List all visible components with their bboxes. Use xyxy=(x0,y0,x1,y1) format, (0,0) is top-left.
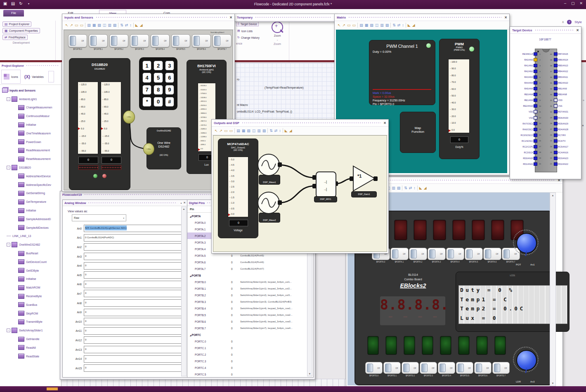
close-button[interactable]: ✕ xyxy=(579,1,583,5)
change-history-toggle[interactable]: ↻ Change History xyxy=(236,35,261,40)
digital-pin-row[interactable]: PORTC.0 0 xyxy=(187,338,313,345)
tree-item[interactable]: – LINK_LINE_13 xyxy=(0,232,61,241)
target-device-toggle[interactable]: ▯ Target Device xyxy=(236,21,259,26)
tree-item[interactable]: – OneWireDS2482 xyxy=(0,240,61,249)
close-icon[interactable]: ✕ xyxy=(183,201,186,204)
toolbar-icon[interactable]: ◣ xyxy=(285,129,288,133)
help-icon[interactable]: ? xyxy=(567,20,572,24)
chip-pin[interactable]: RD5/AN29 28 xyxy=(549,121,580,127)
chip-pin[interactable]: RE1/AN9 9 xyxy=(511,97,542,103)
toolbar-icon[interactable] xyxy=(283,128,283,133)
tree-item[interactable]: – Inputs and Sensors xyxy=(0,86,61,95)
pwm-meter-block[interactable]: PWM PWM2 (PWM CH1) 100.090.080.070.060.0… xyxy=(439,39,480,159)
chip-pin[interactable]: RA7/OSC1 13 xyxy=(511,121,542,127)
digital-pin-row[interactable]: PORTB.3 0 SwitchArraySlider1(pin3), Comb… xyxy=(187,298,313,305)
vertical-scrollbar[interactable]: ▲ ▼ xyxy=(550,192,556,386)
tree-item[interactable]: – GetHandle xyxy=(0,335,61,343)
macros-tab-clipped[interactable] xyxy=(48,71,54,82)
close-icon[interactable]: ✕ xyxy=(383,121,386,125)
tree-expander-icon[interactable]: – xyxy=(7,243,10,246)
tree-item[interactable]: – ContinuousMeasur xyxy=(0,112,61,120)
tree-item[interactable]: – ChangeMeasuremen xyxy=(0,103,61,112)
toolbar-icon[interactable]: ▥ xyxy=(380,23,384,27)
toolbar-icon[interactable]: ◫ xyxy=(103,23,106,27)
toolbar-icon[interactable]: ◣ xyxy=(135,23,138,27)
toggle-switch[interactable]: Off xyxy=(409,248,427,260)
tree-item[interactable]: – SampleAddressedD xyxy=(0,215,61,223)
tree-item[interactable]: – AddressSpecificDev xyxy=(0,181,61,189)
chip-pin[interactable]: RA2/AN2 4 xyxy=(511,68,542,74)
chip-pin[interactable]: RE2/AN10 10 xyxy=(511,103,542,109)
toolbar-icon[interactable] xyxy=(402,185,402,190)
digital-pin-row[interactable]: PORTB.7 0 SwitchArraySlider1(pin7), keyp… xyxy=(187,325,313,331)
dock-collapse-icon[interactable]: ▲ xyxy=(581,124,584,127)
analog-value-input[interactable]: 0 xyxy=(84,327,182,335)
digital-pin-row[interactable]: PORTA.6 0 ComboBL0114(PinA6) xyxy=(187,259,313,265)
pwm-scale[interactable]: 100.090.080.070.060.050.040.030.020.010.… xyxy=(448,59,470,133)
toggle-switch[interactable]: Off xyxy=(402,362,419,374)
chip-pin[interactable]: RC2/CCP1 17 xyxy=(511,144,542,150)
analog-value-input[interactable]: 0 xyxy=(84,253,182,260)
toolbar-icon[interactable]: ▤ xyxy=(87,23,91,27)
tree-item[interactable]: – SkipROM xyxy=(0,309,61,318)
analog-value-input[interactable]: 0 xyxy=(84,309,182,316)
tree-item[interactable]: – ScanBus xyxy=(0,300,61,309)
toolbar-icon[interactable]: ▭ xyxy=(224,129,228,133)
toolbar-icon[interactable]: ⇄ xyxy=(274,129,278,133)
pin-icon[interactable]: • xyxy=(181,202,182,204)
toolbar-icon[interactable]: ▥ xyxy=(108,23,111,27)
toolbar-icon[interactable]: ⇅ xyxy=(392,23,396,27)
close-icon[interactable]: ✕ xyxy=(229,16,232,19)
toolbar-icon[interactable]: ↖ xyxy=(215,129,218,133)
digital-pin-row[interactable]: PORTB.0 0 SwitchArraySlider1(pin0), keyp… xyxy=(187,279,313,285)
tree-item[interactable]: – PowerDown xyxy=(0,138,61,146)
onewire-node-icon[interactable]: 1-Wire xyxy=(123,110,135,124)
analog-value-input[interactable]: 0 xyxy=(84,281,182,288)
toolbar-icon[interactable] xyxy=(406,23,406,28)
analog-value-input[interactable]: 0 xyxy=(84,364,182,372)
variables-tab[interactable]: {X} Variables xyxy=(22,70,46,83)
toolbar-icon[interactable] xyxy=(118,23,118,28)
scroll-down-icon[interactable]: ▼ xyxy=(550,382,555,385)
tree-item[interactable]: – ReadState xyxy=(0,352,61,361)
chip-pin[interactable]: RA6/OSC2 14 xyxy=(511,127,542,132)
chip-pin[interactable]: RA5/AN5 7 xyxy=(511,86,542,92)
toolbar-icon[interactable] xyxy=(85,23,85,28)
toolbar-icon[interactable]: ▨ xyxy=(385,23,389,27)
digital-pin-row[interactable]: PORTC.4 0 xyxy=(187,364,313,371)
dsp-gain-plate[interactable]: DSP_Gain1 xyxy=(351,191,377,197)
tree-item[interactable]: – ReceiveByte xyxy=(0,292,61,300)
toolbar-icon[interactable]: ▥ xyxy=(392,186,395,190)
toolbar-icon[interactable]: ▭ xyxy=(352,23,356,27)
chip-pin[interactable]: VDD 32 xyxy=(549,97,580,103)
tab-file[interactable]: File xyxy=(3,10,24,16)
toolbar-icon[interactable]: ↕ xyxy=(402,23,404,27)
toolbar-icon[interactable]: ▦ xyxy=(92,23,96,27)
toolbar-icon[interactable]: ⇅ xyxy=(404,186,407,190)
chip-pin[interactable]: RD4/AN28 27 xyxy=(549,127,580,132)
toolbar-icon[interactable]: ▨ xyxy=(113,23,117,27)
toolbar-icon[interactable]: ▧ xyxy=(370,23,373,27)
temporary-window-titlebar[interactable]: Temporary xyxy=(234,14,337,22)
scroll-down-icon[interactable]: ▼ xyxy=(307,373,312,375)
chip-pin[interactable]: RD6/AN30 29 xyxy=(549,115,580,121)
chip-pin[interactable]: RC0/SOSCO 15 xyxy=(511,132,542,138)
tree-item[interactable]: – Initialise xyxy=(0,275,61,284)
toolbar-icon[interactable]: ↕ xyxy=(414,186,416,190)
tree-item[interactable]: – ResetMeasurement xyxy=(0,155,61,163)
toolbar-icon[interactable]: ↕ xyxy=(279,129,281,133)
chip-pin[interactable]: RE3/MCLR 1 xyxy=(511,51,542,57)
window-titlebar[interactable]: Outputs and DSP ✕ xyxy=(212,120,388,127)
toolbar-icon[interactable]: ▨ xyxy=(397,186,401,190)
digital-pin-row[interactable]: PORTC.2 0 xyxy=(187,351,313,358)
project-explorer-button[interactable]: ▤ Project Explorer xyxy=(2,21,31,27)
toolbar-icon[interactable]: ⇅ xyxy=(120,23,123,27)
tree-item[interactable]: – OneTimeMeasurem xyxy=(0,129,61,138)
digital-pin-row[interactable]: PORTC xyxy=(187,331,313,338)
digital-pin-row[interactable]: PORTB xyxy=(187,272,313,279)
chip-pin[interactable]: RC7/RX 26 xyxy=(549,132,580,138)
view-values-dropdown[interactable]: Raw ▾ xyxy=(72,214,126,221)
toolbar-icon[interactable]: ▨ xyxy=(262,129,266,133)
toolbar-icon[interactable]: ◫ xyxy=(375,23,379,27)
dock-expand-icon[interactable]: » xyxy=(583,99,584,102)
